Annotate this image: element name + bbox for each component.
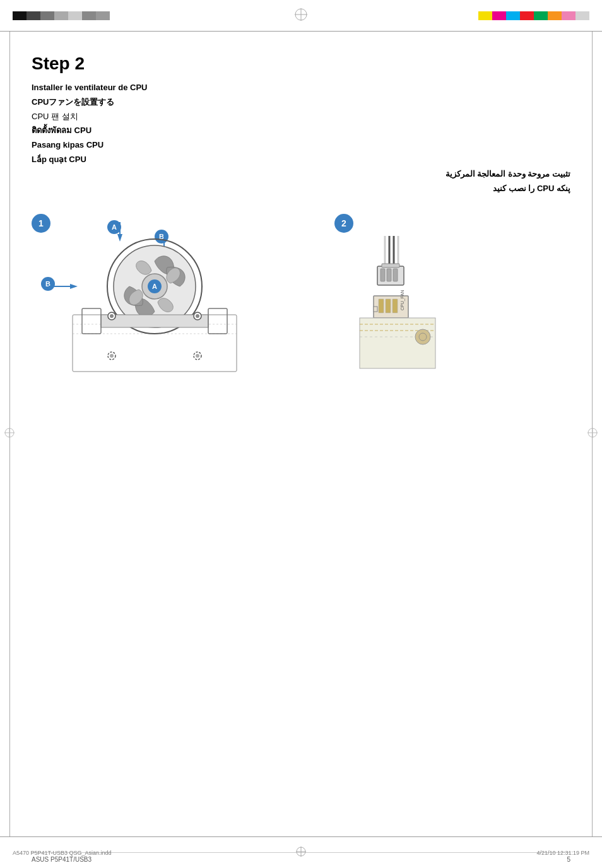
- svg-point-53: [415, 329, 430, 344]
- svg-rect-41: [393, 269, 398, 281]
- svg-rect-39: [381, 269, 385, 281]
- svg-point-25: [110, 314, 114, 318]
- step-circle-2: 2: [334, 214, 353, 233]
- swatch-red: [520, 11, 534, 20]
- swatch-gray2: [82, 11, 96, 20]
- step-circle-1: 1: [32, 214, 50, 233]
- bottom-file-info: A5470 P5P41T-USB3 QSG_Asian.indd: [13, 850, 112, 856]
- swatch-black: [13, 11, 27, 20]
- instructions-list: Installer le ventilateur de CPU CPUファンを設…: [32, 81, 570, 195]
- instruction-korean: CPU 팬 설치: [32, 110, 570, 124]
- diagram-area: 1 A B: [32, 214, 570, 390]
- bottom-center-crosshair: [295, 845, 307, 860]
- left-margin-crosshair: [3, 426, 16, 442]
- svg-rect-40: [387, 269, 391, 281]
- diagram-1-cpu-fan: 1 A B: [32, 214, 271, 390]
- swatch-mid-gray: [40, 11, 54, 20]
- right-margin-crosshair: [586, 426, 599, 442]
- svg-point-27: [196, 314, 199, 318]
- bottom-date-stamp: 4/21/10 12:31:19 PM: [536, 850, 589, 856]
- right-color-swatches: [478, 11, 589, 20]
- svg-text:A: A: [152, 283, 157, 290]
- swatch-light-gray: [54, 11, 68, 20]
- swatch-magenta: [492, 11, 506, 20]
- swatch-dark-gray: [27, 11, 40, 20]
- diagram-2-cpu-connector: 2: [334, 214, 461, 390]
- swatch-lighter-gray: [68, 11, 82, 20]
- svg-rect-42: [382, 264, 399, 267]
- svg-text:CPU_FAN: CPU_FAN: [400, 290, 405, 310]
- top-bar: [0, 0, 602, 32]
- svg-point-31: [196, 354, 199, 358]
- instruction-vietnamese: Lắp quạt CPU: [32, 153, 570, 167]
- swatch-silver: [575, 11, 589, 20]
- left-color-swatches: [13, 11, 110, 20]
- instruction-persian: پنکه CPU را نصب کنید: [32, 182, 570, 196]
- top-center-crosshair: [293, 7, 309, 25]
- swatch-pink: [562, 11, 575, 20]
- bottom-bar: A5470 P5P41T-USB3 QSG_Asian.indd 4/21/10…: [0, 836, 602, 868]
- svg-rect-47: [374, 307, 377, 312]
- instruction-arabic: تثبيت مروحة وحدة المعالجة المركزية: [32, 168, 570, 181]
- swatch-cyan: [506, 11, 520, 20]
- swatch-orange: [548, 11, 562, 20]
- instruction-japanese: CPUファンを設置する: [32, 96, 570, 109]
- cpu-connector-illustration: CPU_FAN: [347, 236, 448, 375]
- instruction-thai: ติดตั้งพัดลม CPU: [32, 124, 570, 138]
- step-title: Step 2: [32, 54, 570, 74]
- swatch-gray3: [96, 11, 110, 20]
- svg-rect-22: [82, 308, 101, 334]
- instruction-indonesian: Pasang kipas CPU: [32, 139, 570, 152]
- svg-point-29: [110, 354, 114, 358]
- swatch-green: [534, 11, 548, 20]
- svg-rect-46: [392, 299, 398, 313]
- main-content: Step 2 Installer le ventilateur de CPU C…: [32, 41, 570, 830]
- instruction-french: Installer le ventilateur de CPU: [32, 81, 570, 95]
- cpu-fan-illustration: A: [66, 233, 243, 378]
- swatch-yellow: [478, 11, 492, 20]
- svg-rect-44: [379, 299, 384, 313]
- svg-rect-23: [208, 308, 227, 334]
- svg-rect-21: [101, 315, 208, 327]
- svg-rect-45: [386, 299, 391, 313]
